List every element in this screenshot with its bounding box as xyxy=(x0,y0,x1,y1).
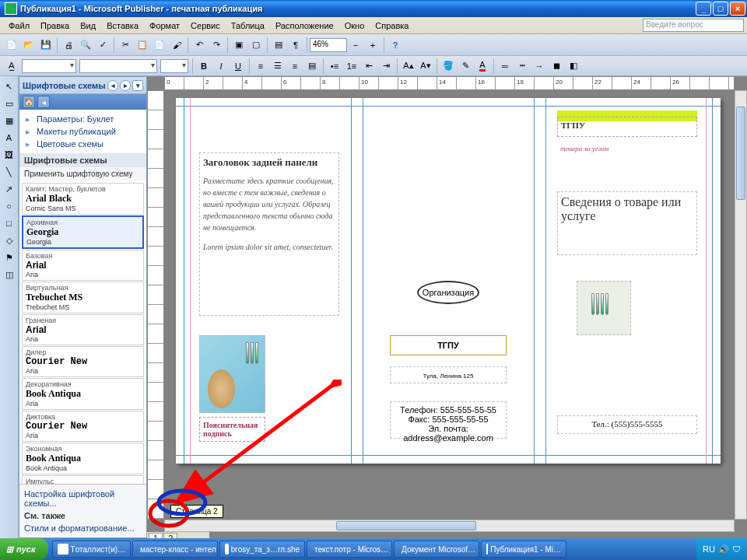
menu-window[interactable]: Окно xyxy=(339,19,370,32)
help-button[interactable]: ? xyxy=(388,37,403,53)
h-scroll-thumb[interactable] xyxy=(336,521,476,530)
shadow-button[interactable]: ◼ xyxy=(549,58,564,74)
back-panel-image[interactable] xyxy=(199,335,265,413)
paste-button[interactable]: 📄 xyxy=(152,37,167,53)
menu-view[interactable]: Вид xyxy=(75,19,101,32)
dash-style-button[interactable]: ┅ xyxy=(514,58,530,74)
back2-icon[interactable]: ◂ xyxy=(37,96,50,108)
menu-file[interactable]: Файл xyxy=(3,19,35,32)
save-button[interactable]: 💾 xyxy=(38,37,54,53)
lang-indicator[interactable]: RU xyxy=(703,544,715,554)
oval-tool[interactable]: ○ xyxy=(2,199,16,213)
taskbar-task[interactable]: Tоталлист(и)… xyxy=(52,541,132,558)
tray-icon[interactable]: 🔊 xyxy=(718,544,729,555)
publication-page[interactable]: Заголовок задней панели Разместите здесь… xyxy=(176,98,721,464)
wordart-tool[interactable]: A xyxy=(2,131,16,145)
front-phone-textbox[interactable]: Тел.: (555)555-5555 xyxy=(557,415,697,434)
front-title-textbox[interactable]: Сведения о товаре или услуге xyxy=(557,191,697,255)
org-name-box[interactable]: ТГПУ xyxy=(390,335,507,355)
taskpane-fwd-button[interactable]: ▸ xyxy=(120,80,131,91)
horizontal-scrollbar[interactable] xyxy=(164,520,735,532)
line-color-button[interactable]: ✎ xyxy=(458,58,473,74)
home-icon[interactable]: 🏠 xyxy=(23,96,35,108)
taskbar-task[interactable]: Документ Microsof… xyxy=(394,541,479,558)
arrow-style-button[interactable]: → xyxy=(531,58,547,74)
bring-front-button[interactable]: ▣ xyxy=(231,37,247,53)
menu-table[interactable]: Таблица xyxy=(226,19,270,32)
bookmark-tool[interactable]: ⚑ xyxy=(2,250,16,264)
textbox-tool[interactable]: ▭ xyxy=(2,96,16,110)
menu-tools[interactable]: Сервис xyxy=(185,19,226,32)
font-scheme-item[interactable]: ГраненаяArialAria xyxy=(22,314,144,345)
align-left-button[interactable]: ≡ xyxy=(253,58,268,74)
bullets-button[interactable]: •≡ xyxy=(327,58,342,74)
undo-button[interactable]: ↶ xyxy=(191,37,207,53)
menu-edit[interactable]: Правка xyxy=(35,19,75,32)
font-scheme-item[interactable]: ДилерCourier NewAria xyxy=(22,346,144,377)
underline-button[interactable]: U xyxy=(230,58,246,74)
copy-button[interactable]: 📋 xyxy=(135,37,150,53)
font-color-button[interactable]: A xyxy=(475,58,490,74)
taskbar-task[interactable]: Публикация1 - Mi… xyxy=(481,541,566,558)
rect-tool[interactable]: □ xyxy=(2,216,16,230)
cut-button[interactable]: ✂ xyxy=(117,37,133,53)
table-tool[interactable]: ▦ xyxy=(2,114,16,128)
menu-arrange[interactable]: Расположение xyxy=(270,19,339,32)
font-scheme-item[interactable]: ДекоративнаяBook AntiquaAria xyxy=(22,378,144,410)
document-viewport[interactable]: Заголовок задней панели Разместите здесь… xyxy=(164,90,735,520)
menu-help[interactable]: Справка xyxy=(370,19,414,32)
org-logo-oval[interactable]: Организация xyxy=(417,281,479,304)
align-center-button[interactable]: ☰ xyxy=(270,58,286,74)
spell-button[interactable]: ✓ xyxy=(95,37,110,53)
design-gallery-tool[interactable]: ◫ xyxy=(2,268,16,282)
close-button[interactable]: × xyxy=(730,2,745,16)
taskpane-menu-button[interactable]: ▾ xyxy=(132,80,143,91)
link-pubopts[interactable]: Параметры: Буклет xyxy=(24,113,142,125)
address-textbox[interactable]: Тула, Ленина 125 xyxy=(390,366,507,383)
minimize-button[interactable]: _ xyxy=(696,2,711,16)
contact-textbox[interactable]: Телефон: 555-555-55-55 Факс: 555-555-55-… xyxy=(390,401,507,439)
front-org-textbox[interactable]: ТГПУ xyxy=(557,117,697,137)
arrow-tool[interactable]: ↗ xyxy=(2,182,16,196)
columns-button[interactable]: ▤ xyxy=(271,37,286,53)
start-button[interactable]: ⊞ пуск xyxy=(0,538,48,560)
fill-color-button[interactable]: 🪣 xyxy=(440,58,456,74)
font-scheme-item[interactable]: ИмпульсImpactGeorgia xyxy=(22,475,144,484)
font-combo[interactable] xyxy=(79,59,157,73)
shrink-font-button[interactable]: A▾ xyxy=(418,58,433,74)
shapes-tool[interactable]: ◇ xyxy=(2,233,16,247)
maximize-button[interactable]: □ xyxy=(713,2,728,16)
new-button[interactable]: 📄 xyxy=(4,37,19,53)
system-tray[interactable]: RU 🔊 🛡 xyxy=(696,538,747,560)
bold-button[interactable]: B xyxy=(196,58,212,74)
preview-button[interactable]: 🔍 xyxy=(78,37,93,53)
v-scroll-thumb[interactable] xyxy=(736,107,745,200)
menu-format[interactable]: Формат xyxy=(144,19,185,32)
link-styles[interactable]: Стили и форматирование... xyxy=(24,522,142,534)
vertical-scrollbar[interactable] xyxy=(735,90,747,520)
line-tool[interactable]: ╲ xyxy=(2,165,16,179)
print-button[interactable]: 🖨 xyxy=(61,37,76,53)
link-colors[interactable]: Цветовые схемы xyxy=(24,138,142,150)
pointer-tool[interactable]: ↖ xyxy=(2,79,16,93)
zoom-combo[interactable]: 46% xyxy=(310,38,347,52)
horizontal-ruler[interactable]: 02468101214161820222426 xyxy=(164,76,735,90)
align-right-button[interactable]: ≡ xyxy=(287,58,303,74)
font-scheme-item[interactable]: АрхивнаяGeorgiaGeorgia xyxy=(22,215,144,249)
tray-icon[interactable]: 🛡 xyxy=(732,544,741,554)
font-scheme-item[interactable]: ДиктовкаCourier NewAria xyxy=(22,411,144,442)
taskbar-task[interactable]: brosу_та_з…гл.she xyxy=(219,541,305,558)
taskbar-task[interactable]: текст.потр - Micros… xyxy=(307,541,392,558)
redo-button[interactable]: ↷ xyxy=(209,37,224,53)
picture-tool[interactable]: 🖼 xyxy=(2,148,16,162)
help-search-input[interactable]: Введите вопрос xyxy=(643,19,744,32)
zoom-out-button[interactable]: − xyxy=(348,37,363,53)
caption-textbox[interactable]: Пояснительная подпись xyxy=(199,417,265,442)
italic-button[interactable]: I xyxy=(213,58,229,74)
taskbar-task[interactable]: мастер-класс - интел… xyxy=(132,541,218,558)
special-chars-button[interactable]: ¶ xyxy=(288,37,303,53)
link-custom-scheme[interactable]: Настройка шрифтовой схемы... xyxy=(24,488,142,509)
font-scheme-item[interactable]: ЭкономнаяBook AntiquaBook Antiqua xyxy=(22,443,144,474)
styles-button[interactable]: A̲ xyxy=(4,58,19,74)
indent-inc-button[interactable]: ⇥ xyxy=(378,58,394,74)
